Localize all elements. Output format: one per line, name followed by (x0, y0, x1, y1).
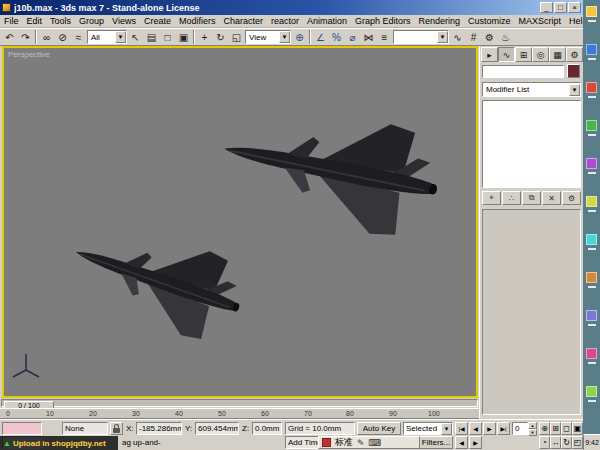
selection-lock-icon[interactable] (110, 422, 123, 435)
align-icon[interactable]: ≡ (377, 30, 392, 45)
go-to-start-button[interactable]: |◀ (455, 422, 468, 435)
ime-mode-icon[interactable] (322, 438, 331, 447)
ime-label[interactable]: 标准 (335, 436, 353, 449)
menu-graph-editors[interactable]: Graph Editors (351, 16, 415, 26)
coord-system-dropdown[interactable]: View ▼ (245, 30, 291, 44)
unlink-icon[interactable]: ⊘ (55, 30, 70, 45)
menu-file[interactable]: File (0, 16, 23, 26)
show-end-result-icon[interactable]: ∴ (502, 191, 521, 205)
previous-key-button[interactable]: ◀ (455, 436, 468, 449)
ime-keyboard-icon[interactable]: ⌨ (369, 438, 382, 448)
spinner-snap-icon[interactable]: ⌀ (345, 30, 360, 45)
desktop-icon[interactable] (586, 158, 597, 169)
chevron-down-icon[interactable]: ▼ (569, 84, 580, 96)
zoom-all-icon[interactable]: ⊞ (550, 422, 561, 435)
tab-modify-icon[interactable]: ∿ (498, 47, 515, 62)
make-unique-icon[interactable]: ⧉ (522, 191, 541, 205)
menu-maxscript[interactable]: MAXScript (515, 16, 566, 26)
desktop-icon[interactable] (586, 386, 597, 397)
tab-create-icon[interactable]: ▸ (481, 47, 498, 62)
title-bar[interactable]: j10b.max - 3ds max 7 - Stand-alone Licen… (0, 0, 583, 15)
desktop-icon[interactable] (586, 348, 597, 359)
time-slider-track[interactable]: 0 / 100 (1, 399, 478, 407)
minimize-button[interactable]: _ (540, 2, 553, 13)
pin-stack-icon[interactable]: ⌖ (482, 191, 501, 205)
tab-hierarchy-icon[interactable]: ⊞ (515, 47, 532, 62)
menu-reactor[interactable]: reactor (267, 16, 303, 26)
desktop-icon[interactable] (586, 120, 597, 131)
arc-rotate-icon[interactable]: ↻ (561, 436, 572, 449)
z-coord-field[interactable]: 0.0mm (252, 422, 282, 435)
desktop-icon[interactable] (586, 44, 597, 55)
modifier-list-dropdown[interactable]: Modifier List ▼ (482, 82, 581, 97)
menu-tools[interactable]: Tools (46, 16, 75, 26)
desktop-icon[interactable] (586, 272, 597, 283)
zoom-icon[interactable]: ⊕ (539, 422, 550, 435)
viewport-canvas[interactable] (4, 48, 476, 396)
tab-motion-icon[interactable]: ◎ (532, 47, 549, 62)
angle-snap-icon[interactable]: ∠ (313, 30, 328, 45)
tab-utilities-icon[interactable]: ⚙ (566, 47, 583, 62)
menu-character[interactable]: Character (219, 16, 267, 26)
menu-modifiers[interactable]: Modifiers (175, 16, 220, 26)
desktop-icon[interactable] (586, 196, 597, 207)
viewport-label[interactable]: Perspective (8, 50, 50, 59)
selection-region-icon[interactable]: □ (160, 30, 175, 45)
select-link-icon[interactable]: ∞ (39, 30, 54, 45)
desktop-icon[interactable] (586, 234, 597, 245)
bind-spacewarp-icon[interactable]: ≈ (71, 30, 86, 45)
go-to-end-button[interactable]: ▶| (497, 422, 510, 435)
next-key-button[interactable]: ▶ (469, 436, 482, 449)
menu-group[interactable]: Group (75, 16, 108, 26)
menu-animation[interactable]: Animation (303, 16, 351, 26)
zoom-extents-icon[interactable]: ◻ (561, 422, 572, 435)
window-crossing-icon[interactable]: ▣ (176, 30, 191, 45)
select-rotate-icon[interactable]: ↻ (213, 30, 228, 45)
select-by-name-icon[interactable]: ▤ (144, 30, 159, 45)
chevron-down-icon[interactable]: ▼ (115, 31, 126, 43)
auto-key-button[interactable]: Auto Key (357, 422, 401, 435)
macro-recorder-field[interactable] (2, 422, 42, 435)
menu-help[interactable]: Help (565, 16, 583, 26)
chevron-down-icon[interactable]: ▼ (441, 423, 452, 435)
pivot-center-icon[interactable]: ⊕ (292, 30, 307, 45)
y-coord-field[interactable]: 609.454mm (195, 422, 239, 435)
viewport-perspective[interactable]: Perspective (2, 46, 478, 398)
desktop-icon[interactable] (586, 310, 597, 321)
previous-frame-button[interactable]: ◀ (469, 422, 482, 435)
render-setup-icon[interactable]: ⚙ (482, 30, 497, 45)
undo-icon[interactable]: ↶ (2, 30, 17, 45)
schematic-view-icon[interactable]: # (466, 30, 481, 45)
menu-customize[interactable]: Customize (464, 16, 515, 26)
current-frame-field[interactable]: 0 (512, 422, 528, 435)
object-name-field[interactable] (482, 65, 564, 78)
jet-model-small[interactable] (61, 210, 253, 350)
maximize-button[interactable]: □ (554, 2, 567, 13)
menu-create[interactable]: Create (140, 16, 175, 26)
percent-snap-icon[interactable]: % (329, 30, 344, 45)
track-bar[interactable]: 0 10 20 30 40 50 60 70 80 90 100 (0, 408, 479, 419)
menu-edit[interactable]: Edit (23, 16, 47, 26)
jet-model-large[interactable] (214, 94, 448, 245)
remove-modifier-icon[interactable]: ✕ (542, 191, 561, 205)
chevron-down-icon[interactable]: ▼ (437, 31, 448, 43)
maximize-viewport-icon[interactable]: ◰ (572, 436, 583, 449)
menu-rendering[interactable]: Rendering (415, 16, 465, 26)
x-coord-field[interactable]: -185.286mm (136, 422, 182, 435)
close-button[interactable]: × (568, 2, 581, 13)
frame-spinner[interactable]: ▲▼ (528, 422, 537, 435)
desktop-icon[interactable] (586, 82, 597, 93)
zoom-extents-all-icon[interactable]: ▣ (572, 422, 583, 435)
chevron-down-icon[interactable]: ▼ (279, 31, 290, 43)
select-scale-icon[interactable]: ◱ (229, 30, 244, 45)
curve-editor-icon[interactable]: ∿ (450, 30, 465, 45)
key-filter-dropdown[interactable]: Selected ▼ (403, 422, 453, 435)
select-object-icon[interactable]: ↖ (128, 30, 143, 45)
named-sets-dropdown[interactable]: ▼ (393, 30, 449, 44)
desktop-icon[interactable] (586, 6, 597, 17)
field-of-view-icon[interactable]: ◔ (539, 436, 550, 449)
selection-filter-dropdown[interactable]: All ▼ (87, 30, 127, 44)
object-color-swatch[interactable] (567, 64, 580, 78)
quick-render-icon[interactable]: ♨ (498, 30, 513, 45)
configure-stack-icon[interactable]: ⚙ (562, 191, 581, 205)
